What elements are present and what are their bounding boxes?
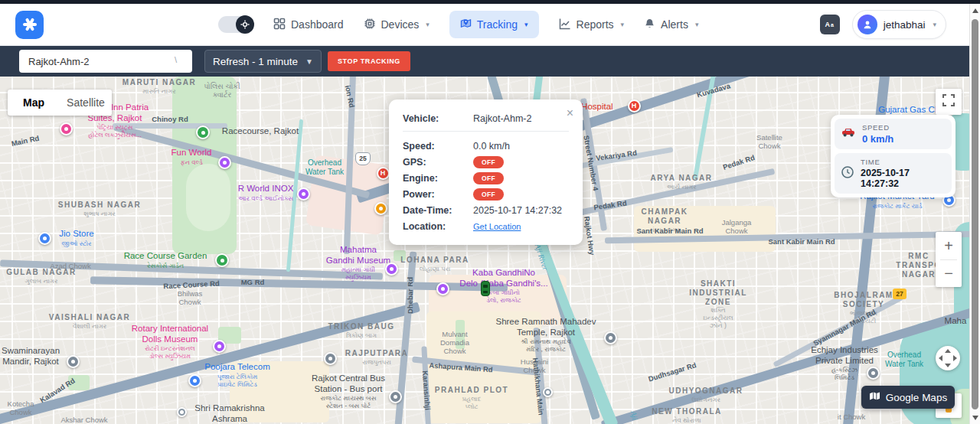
map-label: Race Course Gardenરેસકોર્સ ગાર્ડન <box>124 251 207 269</box>
close-icon[interactable]: × <box>567 107 573 119</box>
nav-dashboard[interactable]: Dashboard <box>273 18 344 32</box>
temple-marker[interactable] <box>67 355 80 368</box>
chowk-marker[interactable] <box>177 407 187 417</box>
google-maps-label: Google Maps <box>886 392 947 403</box>
map-label: Shri RamakrishnaAshrama <box>194 403 264 424</box>
park-marker[interactable] <box>196 126 210 139</box>
chevron-down-icon: ▾ <box>695 21 699 28</box>
map-type-map-button[interactable]: Map <box>8 96 60 109</box>
map-label: LOHANA PARAલોહાણા પરા <box>400 256 469 272</box>
map-label: Chinoy Rd <box>152 115 188 123</box>
chip-icon <box>364 18 376 32</box>
gps-status-badge: OFF <box>473 156 504 168</box>
map-label: MARUTI NAGARમારુતિ નાગર <box>122 78 196 95</box>
route-badge-27: 27 <box>893 289 906 299</box>
nav-alerts[interactable]: Alerts ▾ <box>644 18 698 32</box>
chart-line-icon <box>559 18 571 32</box>
amusement-marker[interactable] <box>218 156 231 169</box>
theme-toggle[interactable] <box>218 16 253 33</box>
restaurant-marker[interactable] <box>374 202 387 215</box>
place-pin-marker[interactable] <box>867 367 880 380</box>
hospital-marker[interactable]: H <box>377 167 390 180</box>
stop-tracking-button[interactable]: STOP TRACKING <box>328 51 410 71</box>
speed-stat: SPEED 0 km/h <box>835 119 952 149</box>
time-stat: TIME 2025-10-17 14:27:32 <box>835 153 952 194</box>
map-pin-icon <box>460 18 472 31</box>
bus-station-marker[interactable] <box>389 390 402 403</box>
map-icon <box>869 391 880 403</box>
map[interactable]: MARUTI NAGARમારુતિ નાગરપોલિસ ચોકીક્વાર્ટ… <box>0 77 980 424</box>
chevron-down-icon: ▾ <box>933 21 936 28</box>
map-label: BhilwasChowk <box>178 289 203 306</box>
user-name: jethabhai <box>884 19 926 31</box>
page-scrollbar[interactable] <box>969 4 980 424</box>
speed-label: Speed: <box>403 141 473 152</box>
map-label: NEW THORALAનેવ થોરાળા <box>652 407 722 424</box>
temple-marker[interactable] <box>604 331 617 344</box>
map-label: Racecourse, Rajkot <box>222 126 299 137</box>
vehicle-input-caret: \ <box>175 55 177 64</box>
nav-dashboard-label: Dashboard <box>291 18 344 31</box>
chowk-marker[interactable] <box>543 387 553 397</box>
map-label: Poojara Telecomપૂજારા ટેલિકોમપ્રાઇવેટ લિ… <box>204 362 270 388</box>
zoom-out-button[interactable]: − <box>936 260 962 287</box>
museum-marker[interactable] <box>385 263 398 276</box>
datetime-label: Date-Time: <box>403 205 473 216</box>
dashboard-grid-icon <box>273 18 286 32</box>
avatar <box>858 15 877 34</box>
shop-marker[interactable] <box>188 374 201 387</box>
map-label: Jio Storeજીઓ સ્ટોર <box>59 229 93 247</box>
vehicle-marker[interactable] <box>481 281 490 296</box>
live-stats-card: SPEED 0 km/h TIME 2025-10-17 14:27:32 <box>831 115 956 197</box>
map-label: Fun Worldફન વર્લ્ડ <box>172 148 212 166</box>
chevron-down-icon: ▾ <box>426 21 430 28</box>
time-stat-label: TIME <box>861 158 945 166</box>
map-label: KotechaChowk <box>8 400 34 416</box>
scrollbar-thumb[interactable] <box>972 19 978 409</box>
map-label: UDHYOGNAGARઉદ્યોગનગર <box>668 386 743 403</box>
map-label: Kaba GandhiNoDelo (Kaba Gandhi's...કબા ગ… <box>459 268 547 304</box>
pan-control[interactable] <box>936 346 960 370</box>
hospital-marker[interactable]: H <box>628 99 641 113</box>
refresh-interval-select[interactable]: Refresh - 1 minute ▼ <box>204 50 322 73</box>
map-label: R World INOXઆર વર્લ્ડ આઈનોક્સ <box>238 184 294 202</box>
museum-marker[interactable] <box>213 340 226 353</box>
map-label: MulvantDomadiaChowk <box>440 330 469 356</box>
get-location-link[interactable]: Get Location <box>473 222 521 231</box>
map-label: JalgangaChowk <box>722 218 752 235</box>
school-marker[interactable] <box>324 352 337 365</box>
app-logo[interactable] <box>15 11 44 39</box>
translate-icon[interactable]: Aa <box>820 15 840 34</box>
map-zone <box>186 164 230 231</box>
nav-tracking[interactable]: Tracking ▾ <box>449 11 539 38</box>
scroll-up-icon[interactable] <box>972 8 978 13</box>
user-menu[interactable]: jethabhai ▾ <box>852 10 946 39</box>
vehicle-search-input[interactable] <box>19 50 192 73</box>
map-type-satellite-button[interactable]: Satellite <box>60 96 112 109</box>
map-label: MahatmaGandhi Museumમહાત્મા ગાંધીમ્યુઝિય… <box>326 245 390 281</box>
nav-reports[interactable]: Reports ▾ <box>559 18 625 32</box>
fullscreen-button[interactable] <box>936 89 962 115</box>
nav-devices[interactable]: Devices ▾ <box>364 18 430 32</box>
map-label: Dudhsagar Rd <box>647 360 697 383</box>
navbar: Dashboard Devices ▾ Tracking ▾ Reports ▾… <box>0 4 980 46</box>
map-label: ARYA NAGARઆર્ય નાગર <box>650 174 712 191</box>
museum-marker[interactable] <box>436 282 449 295</box>
map-label: Rotary InternationalDolls Museumરોટરી ઇન… <box>132 324 208 360</box>
garden-marker[interactable] <box>215 253 229 267</box>
refresh-interval-value: Refresh - 1 minute <box>213 56 298 67</box>
bell-icon <box>644 18 655 32</box>
top-strip <box>0 0 980 4</box>
map-type-control: Map Satellite <box>8 90 112 116</box>
vehicle-info-popup: × Vehicle:Rajkot-Ahm-2 Speed:0.0 km/h GP… <box>389 99 583 245</box>
map-label: Aji <box>629 410 639 421</box>
hotel-marker[interactable] <box>60 122 73 135</box>
cinema-marker[interactable] <box>297 188 310 201</box>
zoom-in-button[interactable]: + <box>936 233 962 259</box>
chevron-down-icon: ▼ <box>305 57 313 66</box>
map-label: Dhebar Rd <box>406 277 414 314</box>
map-label: it Chowk <box>838 413 865 421</box>
scroll-down-icon[interactable] <box>972 416 978 420</box>
google-maps-badge[interactable]: Google Maps <box>861 386 955 409</box>
store-marker[interactable] <box>38 232 51 245</box>
